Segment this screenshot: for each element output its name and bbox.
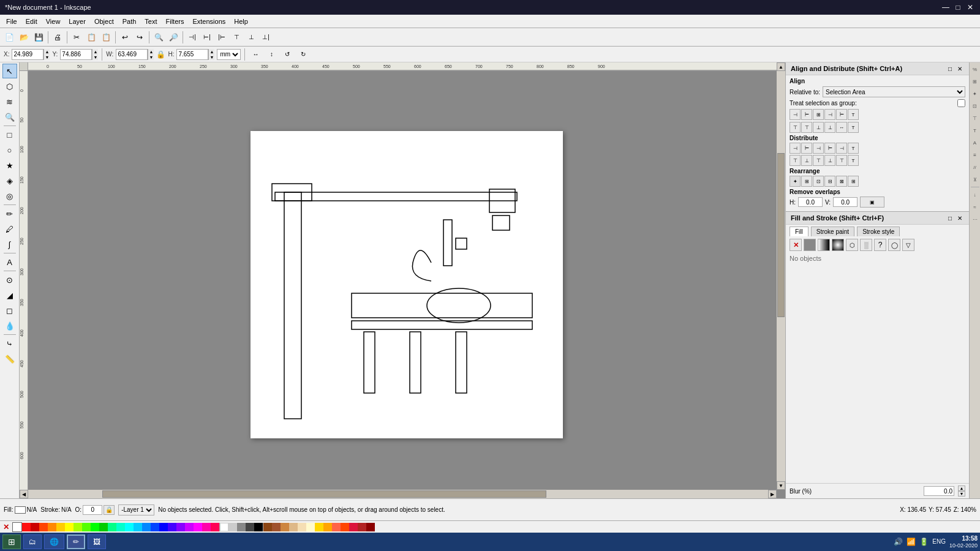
snap-btn-5[interactable]: ⊤ (970, 113, 981, 124)
overlap-h-input[interactable] (798, 197, 823, 207)
scroll-right-btn[interactable]: ▶ (768, 490, 777, 498)
snap-btn-10[interactable]: ⊻ (970, 174, 981, 185)
opacity-lock-btn[interactable]: 🔒 (104, 505, 115, 515)
snap-btn-4[interactable]: ⊡ (970, 100, 981, 111)
color-darkred[interactable] (31, 523, 39, 531)
color-orange-red[interactable] (39, 523, 48, 531)
x-spin-up[interactable]: ▲ (43, 49, 50, 54)
node-tool-btn[interactable]: ⬡ (2, 79, 17, 94)
pencil-tool-btn[interactable]: ✏ (2, 206, 17, 221)
color-yellow[interactable] (65, 523, 74, 531)
color-lemon[interactable] (306, 523, 315, 531)
color-orange2[interactable] (323, 523, 332, 531)
color-cyan-green[interactable] (116, 523, 125, 531)
snap-btn-7[interactable]: A (970, 137, 981, 148)
color-amber[interactable] (56, 523, 65, 531)
maximize-button[interactable]: □ (953, 2, 963, 12)
layer-select[interactable]: -Layer 1 (118, 504, 154, 515)
w-spin-up[interactable]: ▲ (148, 49, 154, 54)
flat-color-btn[interactable] (804, 239, 816, 251)
scroll-thumb-h[interactable] (102, 490, 546, 498)
align-left-edge-btn[interactable]: ⊣ (790, 109, 801, 120)
y-spin-up[interactable]: ▲ (92, 49, 98, 54)
align-top-btn[interactable]: ⊤ (230, 31, 243, 44)
color-black[interactable] (254, 523, 263, 531)
color-lightgray[interactable] (228, 523, 237, 531)
snap-btn-6[interactable]: T (970, 125, 981, 136)
unknown-btn[interactable]: ? (874, 239, 886, 251)
opacity-input[interactable] (83, 505, 102, 515)
text-tool-btn[interactable]: A (2, 255, 17, 269)
color-brown[interactable] (263, 523, 272, 531)
treat-selection-checkbox[interactable] (957, 99, 965, 107)
y-spin-down[interactable]: ▼ (92, 54, 98, 60)
canvas-scrollbar-vertical[interactable]: ▲ ▼ (777, 62, 785, 490)
menu-object[interactable]: Object (91, 17, 118, 26)
remove-overlaps-btn[interactable]: ▣ (860, 197, 884, 208)
color-violet[interactable] (176, 523, 185, 531)
dist-top-btn[interactable]: ⊤ (790, 155, 801, 166)
blur-spin-down[interactable]: ▼ (958, 491, 965, 497)
align-left-btn[interactable]: ⊣| (186, 31, 199, 44)
y-input[interactable] (60, 49, 92, 60)
align-panel-close[interactable]: ✕ (956, 64, 964, 73)
color-darkgreen[interactable] (99, 523, 108, 531)
color-pink[interactable] (202, 523, 211, 531)
menu-help[interactable]: Help (230, 17, 252, 26)
pattern-btn[interactable]: ⬡ (846, 239, 858, 251)
color-peru[interactable] (281, 523, 289, 531)
paste-button[interactable]: 📋 (99, 31, 113, 44)
rearrange-2[interactable]: ⊞ (801, 176, 812, 187)
select-tool-btn[interactable]: ↖ (2, 64, 17, 78)
dist-equal-h-btn[interactable]: ⊣ (836, 143, 847, 154)
color-darkgray[interactable] (246, 523, 254, 531)
color-burlywood[interactable] (289, 523, 298, 531)
ellipse-tool-btn[interactable]: ○ (2, 143, 17, 157)
align-bottom-edge-btn[interactable]: ⊥ (824, 122, 835, 133)
rearrange-5[interactable]: ⊠ (836, 176, 847, 187)
flip-v-btn[interactable]: ↕ (265, 48, 278, 61)
flip-h-btn[interactable]: ↔ (249, 48, 262, 61)
align-h-axis-btn[interactable]: ↔ (836, 122, 847, 133)
color-firebrick[interactable] (358, 523, 366, 531)
stroke-paint-tab[interactable]: Stroke paint (811, 227, 854, 236)
fill-marker-btn[interactable]: ◯ (888, 239, 900, 251)
snap-btn-9[interactable]: // (970, 162, 981, 173)
connector-tool-btn[interactable]: ⤷ (2, 336, 17, 351)
menu-edit[interactable]: Edit (22, 17, 41, 26)
align-center-btn[interactable]: ⊢| (200, 31, 214, 44)
no-fill-color[interactable]: ✕ (0, 521, 12, 533)
canvas-area[interactable]: 0 50 100 150 200 250 300 350 400 450 500… (20, 62, 785, 498)
color-yellow-green[interactable] (74, 523, 82, 531)
taskbar-browser-btn[interactable]: 🌐 (44, 534, 64, 549)
color-tomato[interactable] (332, 523, 341, 531)
color-gold[interactable] (315, 523, 323, 531)
color-cyan[interactable] (125, 523, 134, 531)
h-spin-up[interactable]: ▲ (208, 49, 214, 54)
align-left-btn[interactable]: ⊢ (801, 109, 812, 120)
scroll-up-btn[interactable]: ▲ (777, 62, 785, 71)
color-lime[interactable] (82, 523, 91, 531)
close-button[interactable]: ✕ (965, 2, 975, 12)
start-button[interactable]: ⊞ (2, 534, 21, 549)
menu-extensions[interactable]: Extensions (189, 17, 229, 26)
radial-gradient-btn[interactable] (832, 239, 844, 251)
align-right-btn[interactable]: |⊢ (215, 31, 228, 44)
zoom-in-button[interactable]: 🔍 (152, 31, 165, 44)
linear-gradient-btn[interactable] (818, 239, 830, 251)
color-green[interactable] (91, 523, 99, 531)
x-spin-down[interactable]: ▼ (43, 54, 50, 60)
blur-spin-up[interactable]: ▲ (958, 485, 965, 491)
scroll-thumb-v[interactable] (777, 153, 785, 317)
spray-tool-btn[interactable]: ⊙ (2, 272, 17, 287)
color-gray[interactable] (237, 523, 246, 531)
swatch-btn[interactable]: ░ (860, 239, 872, 251)
rearrange-1[interactable]: ✦ (790, 176, 801, 187)
color-sky-blue[interactable] (134, 523, 142, 531)
color-pure-blue[interactable] (159, 523, 168, 531)
rearrange-4[interactable]: ⊟ (824, 176, 835, 187)
align-middle-btn[interactable]: ⊥ (244, 31, 258, 44)
color-spring-green[interactable] (108, 523, 116, 531)
canvas-scrollbar-horizontal[interactable]: ◀ ▶ (20, 490, 777, 498)
color-crimson[interactable] (349, 523, 358, 531)
